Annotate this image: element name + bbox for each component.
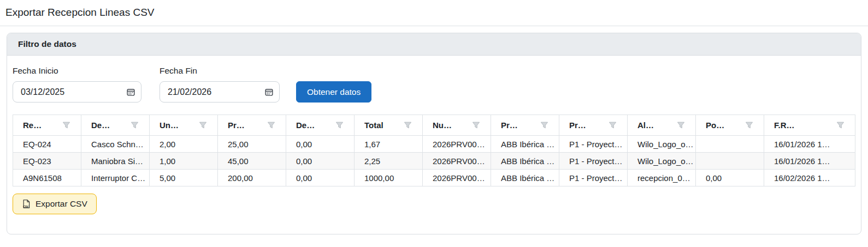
table-cell: P1 - Proyect… — [559, 136, 628, 153]
filter-funnel-icon[interactable] — [62, 121, 70, 129]
table-cell: 0,00 — [286, 136, 355, 153]
filter-funnel-icon[interactable] — [267, 121, 275, 129]
column-header-label: De… — [91, 121, 110, 130]
table-cell: 0,00 — [286, 153, 355, 170]
table-cell: 16/02/2026 1… — [764, 170, 855, 186]
fecha-inicio-group: Fecha Inicio — [13, 66, 141, 103]
date-filter-row: Fecha Inicio — [13, 66, 855, 103]
table-cell: 1,00 — [150, 153, 218, 170]
column-header[interactable]: Al… — [628, 115, 696, 136]
table-cell: 200,00 — [218, 170, 286, 186]
filter-funnel-icon[interactable] — [836, 121, 845, 129]
table-cell: Interruptor C… — [81, 170, 150, 186]
table-cell: 0,00 — [286, 170, 355, 186]
table-cell: Casco Schn… — [81, 136, 150, 153]
column-header-label: De… — [296, 121, 315, 130]
table-cell: 0,00 — [696, 170, 764, 186]
table-cell: 45,00 — [218, 153, 286, 170]
fecha-fin-input[interactable] — [160, 81, 280, 103]
table-cell: 2026PRV00… — [423, 170, 491, 186]
table-cell: A9N61508 — [13, 170, 81, 186]
filter-panel-body: Fecha Inicio — [7, 56, 861, 234]
filter-funnel-icon[interactable] — [609, 121, 617, 129]
column-header[interactable]: Total — [355, 115, 423, 136]
table-cell: 2026PRV00… — [423, 153, 491, 170]
fecha-fin-datepicker[interactable] — [160, 81, 280, 103]
calendar-icon[interactable] — [264, 87, 274, 97]
column-header-label: Pr… — [569, 121, 586, 130]
filter-funnel-icon[interactable] — [199, 121, 207, 129]
column-header[interactable]: Pr… — [559, 115, 628, 136]
table-cell: 2,00 — [150, 136, 218, 153]
table-cell: 5,00 — [150, 170, 218, 186]
column-header[interactable]: Pr… — [218, 115, 286, 136]
column-header[interactable]: F.R… — [764, 115, 855, 136]
table-cell: EQ-024 — [13, 136, 81, 153]
table-cell: ABB Ibérica … — [491, 170, 559, 186]
filter-funnel-icon[interactable] — [131, 121, 139, 129]
grid-body: EQ-024Casco Schn…2,0025,000,001,672026PR… — [13, 136, 855, 186]
table-cell: 1,67 — [355, 136, 423, 153]
table-cell: P1 - Proyect… — [559, 170, 628, 186]
table-cell: ABB Ibérica … — [491, 136, 559, 153]
table-row: EQ-023Maniobra Si…1,0045,000,002,252026P… — [13, 153, 855, 170]
table-cell: 1000,00 — [355, 170, 423, 186]
recepcion-lineas-grid: Re…De…Un…Pr…De…TotalNu…Pr…Pr…Al…Po…F.R… … — [13, 115, 855, 186]
grid-header: Re…De…Un…Pr…De…TotalNu…Pr…Pr…Al…Po…F.R… — [13, 115, 855, 136]
table-cell: ABB Ibérica … — [491, 153, 559, 170]
table-cell: Wilo_Logo_o… — [628, 136, 696, 153]
title-divider — [0, 26, 868, 26]
table-cell: EQ-023 — [13, 153, 81, 170]
filter-panel: Filtro de datos Fecha Inicio — [7, 33, 861, 234]
filter-funnel-icon[interactable] — [335, 121, 344, 129]
file-csv-icon: CSV — [22, 199, 31, 209]
column-header[interactable]: Po… — [696, 115, 764, 136]
column-header-label: Re… — [23, 121, 42, 130]
filter-panel-title: Filtro de datos — [18, 39, 76, 49]
column-header-label: Po… — [706, 121, 724, 130]
table-cell: 2,25 — [355, 153, 423, 170]
fecha-inicio-input[interactable] — [13, 81, 141, 103]
table-cell: Wilo_Logo_o… — [628, 153, 696, 170]
fecha-inicio-datepicker[interactable] — [13, 81, 141, 103]
table-cell: 16/01/2026 1… — [764, 136, 855, 153]
column-header-label: F.R… — [774, 121, 795, 130]
filter-panel-header: Filtro de datos — [7, 33, 861, 56]
table-cell: recepcion_0… — [628, 170, 696, 186]
column-header-label: Nu… — [433, 121, 452, 130]
fecha-fin-label: Fecha Fin — [160, 66, 280, 76]
column-header-label: Un… — [160, 121, 179, 130]
column-header-label: Al… — [637, 121, 654, 130]
svg-text:CSV: CSV — [23, 206, 29, 208]
table-row: A9N61508Interruptor C…5,00200,000,001000… — [13, 170, 855, 186]
column-header[interactable]: Pr… — [491, 115, 559, 136]
filter-funnel-icon[interactable] — [677, 121, 685, 129]
table-cell: 2026PRV00… — [423, 136, 491, 153]
table-cell: Maniobra Si… — [81, 153, 150, 170]
fecha-fin-group: Fecha Fin — [160, 66, 280, 103]
column-header[interactable]: Nu… — [423, 115, 491, 136]
table-row: EQ-024Casco Schn…2,0025,000,001,672026PR… — [13, 136, 855, 153]
calendar-icon[interactable] — [126, 87, 135, 97]
filter-funnel-icon[interactable] — [745, 121, 753, 129]
column-header-label: Pr… — [501, 121, 518, 130]
table-cell — [696, 153, 764, 170]
column-header-label: Pr… — [228, 121, 245, 130]
column-header[interactable]: Re… — [13, 115, 81, 136]
filter-funnel-icon[interactable] — [472, 121, 480, 129]
fecha-inicio-label: Fecha Inicio — [13, 66, 141, 76]
obtener-datos-button[interactable]: Obtener datos — [296, 81, 371, 103]
page-title: Exportar Recepcion Lineas CSV — [0, 0, 868, 26]
column-header-label: Total — [364, 121, 383, 130]
column-header[interactable]: De… — [286, 115, 355, 136]
table-cell: 25,00 — [218, 136, 286, 153]
table-cell — [696, 136, 764, 153]
exportar-csv-label: Exportar CSV — [36, 199, 87, 209]
table-cell: P1 - Proyect… — [559, 153, 628, 170]
filter-funnel-icon[interactable] — [404, 121, 412, 129]
column-header[interactable]: Un… — [150, 115, 218, 136]
table-cell: 16/01/2026 1… — [764, 153, 855, 170]
filter-funnel-icon[interactable] — [540, 121, 548, 129]
exportar-csv-button[interactable]: CSV Exportar CSV — [13, 194, 97, 214]
column-header[interactable]: De… — [81, 115, 150, 136]
